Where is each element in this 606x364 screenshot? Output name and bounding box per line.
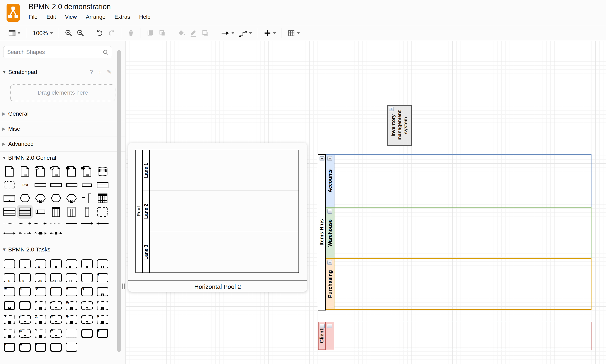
- palette-shape-task[interactable]: ~: [79, 271, 95, 285]
- delete-icon[interactable]: [125, 27, 137, 39]
- palette-shape-task[interactable]: ✉: [2, 285, 17, 299]
- scratchpad-edit-icon[interactable]: ✎: [107, 69, 112, 75]
- lane-accounts[interactable]: −Accounts: [326, 154, 592, 208]
- palette-shape-task[interactable]: ☻: [79, 285, 95, 299]
- palette-shape-horizontal-lane-4[interactable]: [79, 179, 95, 192]
- scratchpad-add-icon[interactable]: +: [98, 69, 102, 75]
- palette-shape-edge-dotted-arrow[interactable]: [17, 219, 33, 228]
- palette-shape-task[interactable]: *: [79, 312, 95, 326]
- palette-shape-task[interactable]: [79, 326, 95, 340]
- palette-shape-task[interactable]: [64, 257, 79, 271]
- sidebar-resize-handle[interactable]: [122, 284, 125, 289]
- palette-shape-task[interactable]: ○: [79, 299, 95, 312]
- palette-shape-edge-dotted[interactable]: [2, 219, 17, 228]
- client-pool-title-strip[interactable]: − Client: [318, 322, 326, 350]
- palette-shape-horizontal-pool[interactable]: [95, 179, 110, 192]
- palette-shape-annotation[interactable]: [79, 192, 95, 205]
- palette-shape-task[interactable]: △: [33, 312, 48, 326]
- zoom-in-icon[interactable]: [63, 27, 74, 39]
- palette-shape-task[interactable]: *: [2, 326, 17, 340]
- client-pool[interactable]: − Client −: [318, 322, 592, 350]
- palette-shape-task[interactable]: ●: [48, 299, 64, 312]
- waypoints-icon[interactable]: [237, 27, 254, 39]
- palette-shape-conversation-2[interactable]: [48, 192, 64, 205]
- palette-shape-task[interactable]: [79, 257, 95, 271]
- lane-warehouse[interactable]: −Warehouse: [326, 207, 592, 259]
- palette-shape-horizontal-lane[interactable]: [33, 179, 48, 192]
- line-color-icon[interactable]: [187, 27, 199, 39]
- palette-shape-task[interactable]: [17, 257, 33, 271]
- palette-shape-data-input[interactable]: [33, 164, 48, 179]
- palette-shape-task[interactable]: ◷: [64, 299, 79, 312]
- palette-shape-task[interactable]: [95, 285, 110, 299]
- palette-shape-task[interactable]: ◔: [33, 326, 48, 340]
- lane-purchasing[interactable]: −Purchasing: [326, 258, 592, 310]
- palette-shape-edge-thick[interactable]: [64, 219, 79, 228]
- lane-strip[interactable]: −Accounts: [326, 155, 334, 207]
- palette-shape-horizontal-pool-rows[interactable]: [2, 205, 17, 219]
- menu-extras[interactable]: Extras: [114, 14, 130, 20]
- scratchpad-help-icon[interactable]: ?: [90, 69, 93, 75]
- palette-shape-vertical-lane[interactable]: [79, 205, 95, 219]
- palette-shape-data-object-collection[interactable]: [17, 164, 33, 179]
- redo-icon[interactable]: [106, 27, 118, 39]
- to-back-icon[interactable]: [156, 27, 168, 39]
- palette-shape-task[interactable]: [95, 257, 110, 271]
- table-icon[interactable]: [285, 27, 302, 39]
- insert-icon[interactable]: [262, 27, 278, 39]
- lane-body[interactable]: [334, 259, 591, 309]
- lane-body[interactable]: [334, 155, 591, 207]
- palette-shape-horizontal-lane-2[interactable]: [48, 179, 64, 192]
- search-icon[interactable]: [102, 49, 109, 56]
- palette-shape-task[interactable]: ⚙: [33, 257, 48, 271]
- palette-shape-task[interactable]: *: [95, 299, 110, 312]
- palette-shape-task[interactable]: ■: [17, 340, 33, 354]
- diagram-canvas[interactable]: + Inventory management system − Items'R'…: [125, 41, 606, 364]
- palette-shape-edge-arrow[interactable]: [79, 219, 95, 228]
- menu-help[interactable]: Help: [139, 14, 151, 20]
- palette-shape-edge-message-box-2[interactable]: [48, 228, 64, 238]
- menu-view[interactable]: View: [65, 14, 77, 20]
- lane-strip[interactable]: −Purchasing: [326, 259, 334, 309]
- lane-strip[interactable]: −Warehouse: [326, 208, 334, 258]
- palette-shape-lane-small[interactable]: [33, 205, 48, 219]
- palette-shape-edge-biarrow-2[interactable]: [2, 228, 17, 238]
- palette-shape-call-conversation-2[interactable]: [64, 192, 79, 205]
- fill-color-icon[interactable]: [176, 27, 187, 39]
- client-lane-strip[interactable]: −: [326, 322, 334, 350]
- connection-arrows-icon[interactable]: [219, 27, 237, 39]
- palette-shape-vertical-pool[interactable]: [48, 205, 64, 219]
- palette-shape-data-output-collection[interactable]: [79, 164, 95, 179]
- palette-shape-task[interactable]: ▶: [48, 271, 64, 285]
- sidebar-scrollbar[interactable]: [117, 50, 121, 352]
- palette-shape-text[interactable]: Text: [17, 179, 33, 192]
- palette-shape-task[interactable]: ⊖: [48, 326, 64, 340]
- palette-shape-task[interactable]: ■: [64, 285, 79, 299]
- palette-shape-task[interactable]: ⚙: [48, 312, 64, 326]
- palette-shape-task[interactable]: ▶: [2, 271, 17, 285]
- search-shapes-box[interactable]: [3, 46, 112, 58]
- menu-file[interactable]: File: [29, 14, 38, 20]
- palette-shape-task[interactable]: ●: [95, 312, 110, 326]
- to-front-icon[interactable]: [145, 27, 156, 39]
- collapse-minus-button[interactable]: −: [327, 156, 332, 161]
- palette-shape-task[interactable]: ▶: [33, 271, 48, 285]
- palette-shape-data-output[interactable]: [64, 164, 79, 179]
- palette-shape-task[interactable]: ~: [64, 271, 79, 285]
- client-lane-body[interactable]: [334, 322, 591, 350]
- sidebar-section-advanced[interactable]: ▶ Advanced: [0, 136, 125, 152]
- palette-shape-task[interactable]: △: [17, 326, 33, 340]
- palette-shape-data-input-collection[interactable]: [48, 164, 64, 179]
- sidebar-section-misc[interactable]: ▶ Misc: [0, 121, 125, 136]
- palette-shape-task[interactable]: [17, 299, 33, 312]
- palette-shape-call-conversation[interactable]: [33, 192, 48, 205]
- palette-shape-task[interactable]: ✉: [17, 285, 33, 299]
- sidebar-section-bpmn-general[interactable]: ▼ BPMN 2.0 General: [0, 152, 125, 164]
- undo-icon[interactable]: [94, 27, 106, 39]
- palette-shape-edge-dotted-2[interactable]: [48, 219, 64, 228]
- palette-shape-task[interactable]: [64, 326, 79, 340]
- palette-shape-task[interactable]: ▶: [17, 271, 33, 285]
- palette-shape-task[interactable]: [64, 340, 79, 354]
- palette-shape-task[interactable]: ◑: [2, 312, 17, 326]
- zoom-level-dropdown[interactable]: 100%: [30, 27, 55, 39]
